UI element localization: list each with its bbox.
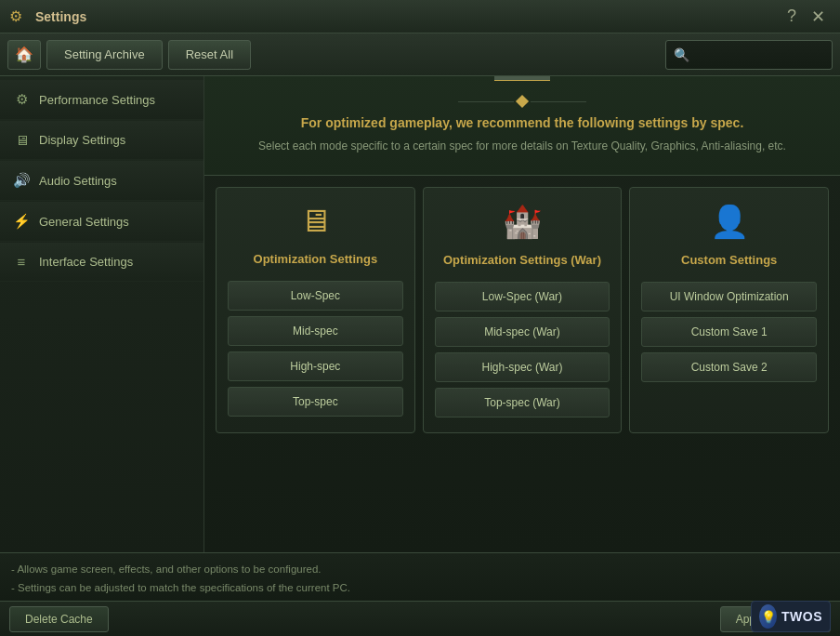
top-spec-button[interactable]: Top-spec [228,387,403,417]
optimization-card-title: Optimization Settings [254,252,378,266]
general-icon: ⚡ [13,213,30,230]
custom-save-2-button[interactable]: Custom Save 2 [641,352,817,382]
main-layout: ⚙ Performance Settings 🖥 Display Setting… [0,76,840,552]
custom-buttons: UI Window Optimization Custom Save 1 Cus… [641,282,817,382]
help-button[interactable]: ? [779,4,805,30]
audio-icon: 🔊 [13,172,30,189]
banner-title: For optimized gameplay, we recommend the… [223,115,821,130]
sidebar-label-interface: Interface Settings [39,255,133,269]
close-button[interactable]: ✕ [805,4,831,30]
info-line-2: - Settings can be adjusted to match the … [11,579,829,598]
delete-cache-button[interactable]: Delete Cache [9,606,109,632]
custom-card-icon: 👤 [710,203,749,240]
optimization-buttons: Low-Spec Mid-spec High-spec Top-spec [228,281,403,417]
sidebar-label-display: Display Settings [39,133,125,147]
info-bar: - Allows game screen, effects, and other… [0,552,840,601]
footer: Delete Cache Apply Un 💡 TWOS [0,601,840,636]
custom-card-title: Custom Settings [681,253,777,267]
search-container: 🔍 [665,40,833,70]
archive-button[interactable]: Setting Archive [46,40,163,70]
content-area: For optimized gameplay, we recommend the… [204,76,840,552]
custom-save-1-button[interactable]: Custom Save 1 [641,317,817,347]
sidebar-label-performance: Performance Settings [39,93,155,107]
window-title: Settings [35,9,779,24]
options-grid: 🖥 Optimization Settings Low-Spec Mid-spe… [204,176,840,444]
top-spec-war-button[interactable]: Top-spec (War) [435,388,610,417]
war-buttons: Low-Spec (War) Mid-spec (War) High-spec … [435,282,610,417]
banner-description: Select each mode specific to a certain s… [223,138,821,154]
search-input[interactable] [689,47,820,61]
settings-icon: ⚙ [9,7,28,26]
sidebar-item-audio[interactable]: 🔊 Audio Settings [0,161,203,201]
sidebar-item-general[interactable]: ⚡ General Settings [0,202,203,242]
ui-window-optimization-button[interactable]: UI Window Optimization [641,282,817,311]
mid-spec-war-button[interactable]: Mid-spec (War) [435,317,610,347]
recommendation-banner: For optimized gameplay, we recommend the… [204,76,840,176]
sidebar-label-general: General Settings [39,215,129,229]
high-spec-button[interactable]: High-spec [228,351,403,381]
reset-all-button[interactable]: Reset All [168,40,251,70]
sidebar-item-performance[interactable]: ⚙ Performance Settings [0,80,203,120]
card-custom: 👤 Custom Settings UI Window Optimization… [629,187,829,433]
high-spec-war-button[interactable]: High-spec (War) [435,352,610,382]
war-card-icon: 🏰 [503,203,542,240]
mid-spec-button[interactable]: Mid-spec [228,316,403,346]
toolbar: 🏠 Setting Archive Reset All 🔍 [0,33,840,76]
optimization-card-icon: 🖥 [299,203,331,239]
twos-text: TWOS [781,609,822,624]
card-optimization: 🖥 Optimization Settings Low-Spec Mid-spe… [216,187,415,433]
low-spec-button[interactable]: Low-Spec [228,281,403,311]
title-bar: ⚙ Settings ? ✕ [0,0,840,33]
card-optimization-war: 🏰 Optimization Settings (War) Low-Spec (… [423,187,623,433]
performance-icon: ⚙ [13,91,30,108]
info-line-1: - Allows game screen, effects, and other… [11,561,829,579]
home-button[interactable]: 🏠 [7,40,41,70]
sidebar: ⚙ Performance Settings 🖥 Display Setting… [0,76,204,552]
war-card-title: Optimization Settings (War) [443,253,601,267]
twos-icon: 💡 [759,604,777,629]
search-icon: 🔍 [674,47,689,62]
sidebar-item-display[interactable]: 🖥 Display Settings [0,121,203,160]
interface-icon: ≡ [13,254,30,270]
low-spec-war-button[interactable]: Low-Spec (War) [435,282,610,311]
sidebar-item-interface[interactable]: ≡ Interface Settings [0,243,203,282]
sidebar-label-audio: Audio Settings [39,174,117,188]
banner-decoration [223,97,821,106]
twos-badge: 💡 TWOS [751,601,831,632]
display-icon: 🖥 [13,132,30,148]
